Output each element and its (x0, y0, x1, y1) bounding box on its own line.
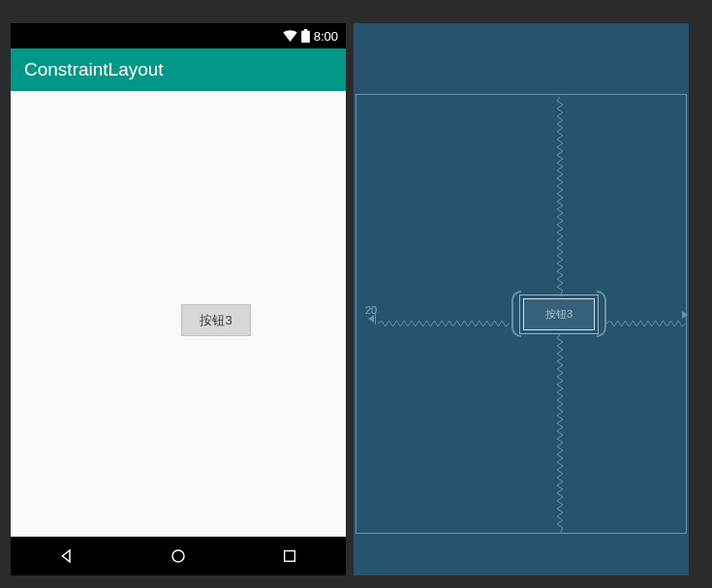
blueprint-bounds: 20 按钮3 (356, 94, 687, 534)
device-preview: 8:00 ConstraintLayout 按钮3 (11, 23, 346, 575)
blueprint-canvas[interactable]: 20 按钮3 (354, 23, 689, 575)
app-content-area: 按钮3 (11, 91, 346, 537)
margin-left-arrow-icon (368, 315, 374, 323)
constraint-handle-right-icon[interactable] (597, 291, 606, 337)
status-bar: 8:00 (11, 23, 346, 48)
constraint-right-arrow-icon (682, 311, 688, 319)
nav-recents-button[interactable] (270, 537, 309, 575)
nav-bar (11, 537, 346, 575)
battery-icon (301, 29, 310, 43)
blueprint-widget-label: 按钮3 (545, 307, 573, 322)
constraint-spring-left-icon (378, 313, 510, 319)
margin-left-tick-icon (375, 313, 376, 325)
app-title: ConstraintLayout (24, 59, 164, 80)
app-bar: ConstraintLayout (11, 48, 346, 91)
button-3[interactable]: 按钮3 (181, 304, 251, 336)
wifi-icon (283, 30, 297, 42)
nav-home-button[interactable] (159, 537, 198, 575)
constraint-spring-bottom-icon (557, 334, 563, 534)
button-3-label: 按钮3 (200, 312, 232, 329)
svg-point-0 (172, 550, 184, 562)
status-time: 8:00 (314, 29, 338, 44)
svg-rect-1 (285, 551, 295, 562)
nav-back-button[interactable] (47, 537, 86, 575)
blueprint-widget-button3[interactable]: 按钮3 (523, 298, 595, 330)
constraint-handle-left-icon[interactable] (511, 291, 521, 337)
constraint-spring-top-icon (557, 97, 563, 296)
constraint-spring-right-icon (606, 313, 686, 319)
layout-editor[interactable]: 20 按钮3 (354, 23, 689, 575)
